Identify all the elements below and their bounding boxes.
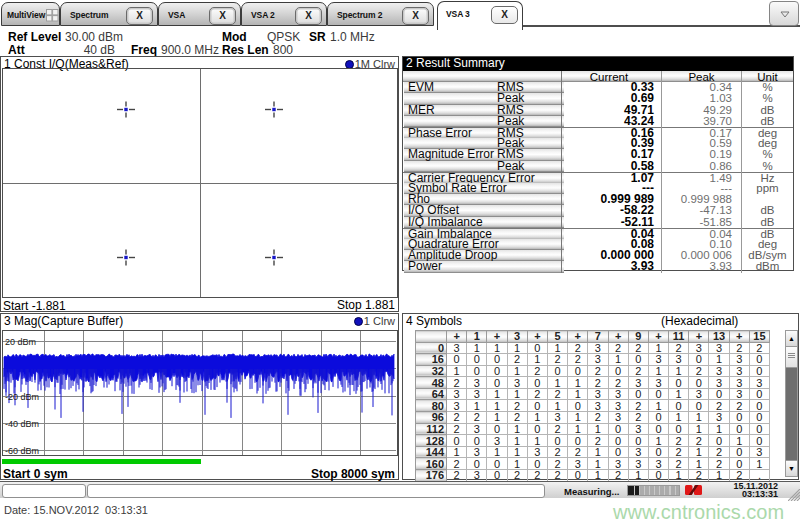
svg-text:-20 dBm: -20 dBm — [5, 392, 39, 402]
svg-text:-60 dBm: -60 dBm — [5, 446, 39, 456]
svg-text:20 dBm: 20 dBm — [5, 337, 36, 347]
svg-text:-40 dBm: -40 dBm — [5, 419, 39, 429]
